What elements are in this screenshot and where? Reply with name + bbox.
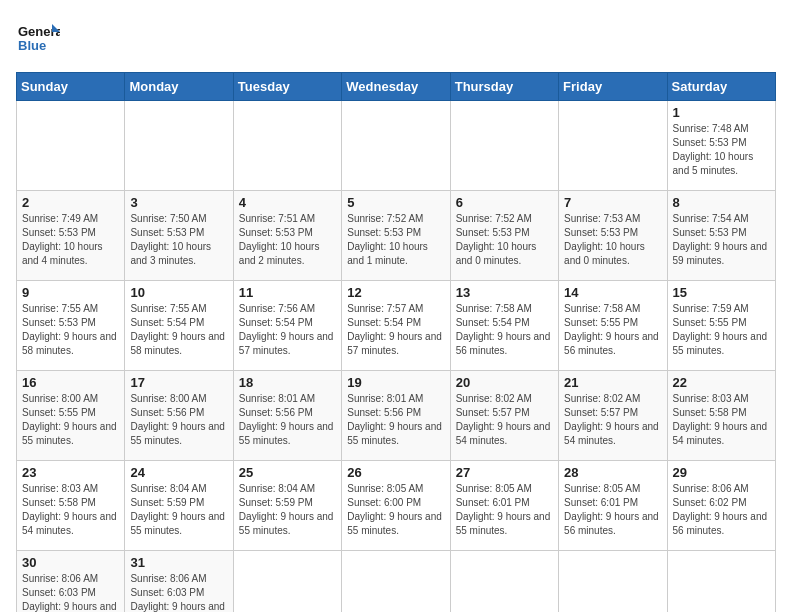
day-cell-15: 15Sunrise: 7:59 AMSunset: 5:55 PMDayligh…	[667, 281, 775, 371]
day-info-17: Sunrise: 8:00 AMSunset: 5:56 PMDaylight:…	[130, 392, 227, 448]
day-number-8: 8	[673, 195, 770, 210]
empty-cell	[342, 551, 450, 613]
day-cell-21: 21Sunrise: 8:02 AMSunset: 5:57 PMDayligh…	[559, 371, 667, 461]
day-number-29: 29	[673, 465, 770, 480]
day-info-18: Sunrise: 8:01 AMSunset: 5:56 PMDaylight:…	[239, 392, 336, 448]
empty-cell	[233, 101, 341, 191]
day-cell-13: 13Sunrise: 7:58 AMSunset: 5:54 PMDayligh…	[450, 281, 558, 371]
day-number-24: 24	[130, 465, 227, 480]
day-cell-17: 17Sunrise: 8:00 AMSunset: 5:56 PMDayligh…	[125, 371, 233, 461]
day-cell-8: 8Sunrise: 7:54 AMSunset: 5:53 PMDaylight…	[667, 191, 775, 281]
empty-cell	[559, 101, 667, 191]
day-info-9: Sunrise: 7:55 AMSunset: 5:53 PMDaylight:…	[22, 302, 119, 358]
day-cell-26: 26Sunrise: 8:05 AMSunset: 6:00 PMDayligh…	[342, 461, 450, 551]
day-cell-2: 2Sunrise: 7:49 AMSunset: 5:53 PMDaylight…	[17, 191, 125, 281]
day-number-6: 6	[456, 195, 553, 210]
logo: General Blue	[16, 16, 64, 60]
page-header: General Blue	[16, 16, 776, 60]
day-info-23: Sunrise: 8:03 AMSunset: 5:58 PMDaylight:…	[22, 482, 119, 538]
day-cell-19: 19Sunrise: 8:01 AMSunset: 5:56 PMDayligh…	[342, 371, 450, 461]
day-number-22: 22	[673, 375, 770, 390]
day-number-17: 17	[130, 375, 227, 390]
weekday-header-sunday: Sunday	[17, 73, 125, 101]
day-number-2: 2	[22, 195, 119, 210]
weekday-header-friday: Friday	[559, 73, 667, 101]
empty-cell	[125, 101, 233, 191]
day-number-1: 1	[673, 105, 770, 120]
day-cell-10: 10Sunrise: 7:55 AMSunset: 5:54 PMDayligh…	[125, 281, 233, 371]
day-cell-6: 6Sunrise: 7:52 AMSunset: 5:53 PMDaylight…	[450, 191, 558, 281]
day-info-8: Sunrise: 7:54 AMSunset: 5:53 PMDaylight:…	[673, 212, 770, 268]
day-info-4: Sunrise: 7:51 AMSunset: 5:53 PMDaylight:…	[239, 212, 336, 268]
calendar-table: SundayMondayTuesdayWednesdayThursdayFrid…	[16, 72, 776, 612]
day-info-28: Sunrise: 8:05 AMSunset: 6:01 PMDaylight:…	[564, 482, 661, 538]
weekday-header-monday: Monday	[125, 73, 233, 101]
empty-cell	[450, 551, 558, 613]
empty-cell	[559, 551, 667, 613]
day-info-29: Sunrise: 8:06 AMSunset: 6:02 PMDaylight:…	[673, 482, 770, 538]
day-info-22: Sunrise: 8:03 AMSunset: 5:58 PMDaylight:…	[673, 392, 770, 448]
day-number-20: 20	[456, 375, 553, 390]
day-info-13: Sunrise: 7:58 AMSunset: 5:54 PMDaylight:…	[456, 302, 553, 358]
day-info-30: Sunrise: 8:06 AMSunset: 6:03 PMDaylight:…	[22, 572, 119, 612]
day-number-18: 18	[239, 375, 336, 390]
day-cell-24: 24Sunrise: 8:04 AMSunset: 5:59 PMDayligh…	[125, 461, 233, 551]
day-info-19: Sunrise: 8:01 AMSunset: 5:56 PMDaylight:…	[347, 392, 444, 448]
svg-text:Blue: Blue	[18, 38, 46, 53]
day-info-24: Sunrise: 8:04 AMSunset: 5:59 PMDaylight:…	[130, 482, 227, 538]
weekday-header-thursday: Thursday	[450, 73, 558, 101]
day-info-5: Sunrise: 7:52 AMSunset: 5:53 PMDaylight:…	[347, 212, 444, 268]
weekday-header-tuesday: Tuesday	[233, 73, 341, 101]
day-cell-31: 31Sunrise: 8:06 AMSunset: 6:03 PMDayligh…	[125, 551, 233, 613]
day-info-1: Sunrise: 7:48 AMSunset: 5:53 PMDaylight:…	[673, 122, 770, 178]
day-info-6: Sunrise: 7:52 AMSunset: 5:53 PMDaylight:…	[456, 212, 553, 268]
day-number-21: 21	[564, 375, 661, 390]
day-cell-5: 5Sunrise: 7:52 AMSunset: 5:53 PMDaylight…	[342, 191, 450, 281]
empty-cell	[667, 551, 775, 613]
day-cell-18: 18Sunrise: 8:01 AMSunset: 5:56 PMDayligh…	[233, 371, 341, 461]
day-info-15: Sunrise: 7:59 AMSunset: 5:55 PMDaylight:…	[673, 302, 770, 358]
day-number-19: 19	[347, 375, 444, 390]
weekday-header-wednesday: Wednesday	[342, 73, 450, 101]
day-number-5: 5	[347, 195, 444, 210]
day-info-27: Sunrise: 8:05 AMSunset: 6:01 PMDaylight:…	[456, 482, 553, 538]
day-cell-29: 29Sunrise: 8:06 AMSunset: 6:02 PMDayligh…	[667, 461, 775, 551]
day-cell-11: 11Sunrise: 7:56 AMSunset: 5:54 PMDayligh…	[233, 281, 341, 371]
day-number-28: 28	[564, 465, 661, 480]
day-cell-1: 1Sunrise: 7:48 AMSunset: 5:53 PMDaylight…	[667, 101, 775, 191]
day-cell-14: 14Sunrise: 7:58 AMSunset: 5:55 PMDayligh…	[559, 281, 667, 371]
day-cell-4: 4Sunrise: 7:51 AMSunset: 5:53 PMDaylight…	[233, 191, 341, 281]
day-info-2: Sunrise: 7:49 AMSunset: 5:53 PMDaylight:…	[22, 212, 119, 268]
empty-cell	[450, 101, 558, 191]
day-cell-9: 9Sunrise: 7:55 AMSunset: 5:53 PMDaylight…	[17, 281, 125, 371]
day-number-4: 4	[239, 195, 336, 210]
day-number-15: 15	[673, 285, 770, 300]
day-info-25: Sunrise: 8:04 AMSunset: 5:59 PMDaylight:…	[239, 482, 336, 538]
day-cell-3: 3Sunrise: 7:50 AMSunset: 5:53 PMDaylight…	[125, 191, 233, 281]
day-number-10: 10	[130, 285, 227, 300]
day-number-14: 14	[564, 285, 661, 300]
day-number-11: 11	[239, 285, 336, 300]
weekday-header-saturday: Saturday	[667, 73, 775, 101]
day-number-30: 30	[22, 555, 119, 570]
day-number-3: 3	[130, 195, 227, 210]
day-info-20: Sunrise: 8:02 AMSunset: 5:57 PMDaylight:…	[456, 392, 553, 448]
day-number-7: 7	[564, 195, 661, 210]
day-cell-7: 7Sunrise: 7:53 AMSunset: 5:53 PMDaylight…	[559, 191, 667, 281]
day-cell-20: 20Sunrise: 8:02 AMSunset: 5:57 PMDayligh…	[450, 371, 558, 461]
day-number-31: 31	[130, 555, 227, 570]
day-info-14: Sunrise: 7:58 AMSunset: 5:55 PMDaylight:…	[564, 302, 661, 358]
day-cell-12: 12Sunrise: 7:57 AMSunset: 5:54 PMDayligh…	[342, 281, 450, 371]
empty-cell	[233, 551, 341, 613]
day-info-16: Sunrise: 8:00 AMSunset: 5:55 PMDaylight:…	[22, 392, 119, 448]
day-info-12: Sunrise: 7:57 AMSunset: 5:54 PMDaylight:…	[347, 302, 444, 358]
day-info-21: Sunrise: 8:02 AMSunset: 5:57 PMDaylight:…	[564, 392, 661, 448]
day-info-7: Sunrise: 7:53 AMSunset: 5:53 PMDaylight:…	[564, 212, 661, 268]
day-cell-23: 23Sunrise: 8:03 AMSunset: 5:58 PMDayligh…	[17, 461, 125, 551]
day-cell-16: 16Sunrise: 8:00 AMSunset: 5:55 PMDayligh…	[17, 371, 125, 461]
day-info-11: Sunrise: 7:56 AMSunset: 5:54 PMDaylight:…	[239, 302, 336, 358]
empty-cell	[342, 101, 450, 191]
day-cell-22: 22Sunrise: 8:03 AMSunset: 5:58 PMDayligh…	[667, 371, 775, 461]
day-cell-27: 27Sunrise: 8:05 AMSunset: 6:01 PMDayligh…	[450, 461, 558, 551]
day-info-31: Sunrise: 8:06 AMSunset: 6:03 PMDaylight:…	[130, 572, 227, 612]
